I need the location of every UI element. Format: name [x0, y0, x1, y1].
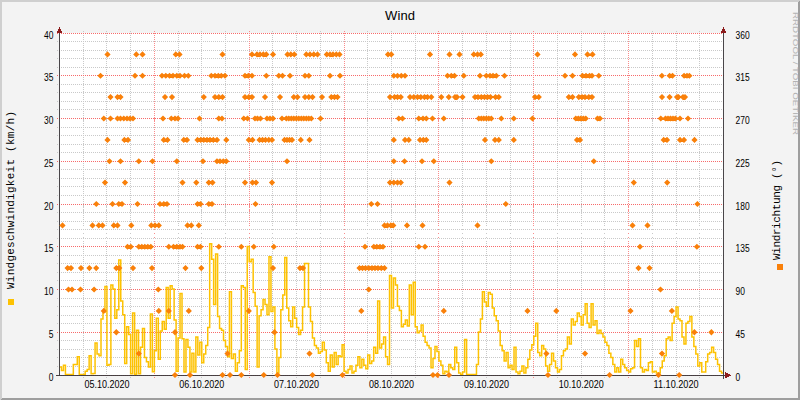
svg-text:35: 35	[44, 72, 54, 83]
svg-text:10.10.2020: 10.10.2020	[559, 379, 604, 390]
svg-text:07.10.2020: 07.10.2020	[274, 379, 319, 390]
svg-text:05.10.2020: 05.10.2020	[84, 379, 129, 390]
svg-text:90: 90	[736, 286, 746, 297]
svg-text:Windrichtung (°): Windrichtung (°)	[771, 160, 783, 260]
svg-text:10: 10	[44, 286, 54, 297]
svg-text:20: 20	[44, 201, 54, 212]
svg-text:360: 360	[736, 30, 750, 41]
svg-text:5: 5	[49, 329, 54, 340]
svg-text:09.10.2020: 09.10.2020	[464, 379, 509, 390]
svg-text:Windgeschwindigkeit (km/h): Windgeschwindigkeit (km/h)	[5, 111, 17, 289]
svg-text:25: 25	[44, 158, 54, 169]
svg-text:08.10.2020: 08.10.2020	[369, 379, 414, 390]
svg-text:270: 270	[736, 115, 750, 126]
svg-text:315: 315	[736, 72, 750, 83]
svg-text:40: 40	[44, 30, 54, 41]
svg-text:180: 180	[736, 201, 750, 212]
svg-text:RRDTOOL / TOBI OETIKER: RRDTOOL / TOBI OETIKER	[791, 12, 800, 136]
svg-text:0: 0	[736, 372, 741, 383]
svg-text:225: 225	[736, 158, 750, 169]
svg-text:135: 135	[736, 243, 750, 254]
svg-text:11.10.2020: 11.10.2020	[654, 379, 699, 390]
svg-text:Wind: Wind	[385, 8, 415, 23]
svg-text:0: 0	[49, 372, 54, 383]
svg-text:15: 15	[44, 243, 54, 254]
svg-text:06.10.2020: 06.10.2020	[179, 379, 224, 390]
svg-text:45: 45	[736, 329, 746, 340]
svg-text:30: 30	[44, 115, 54, 126]
